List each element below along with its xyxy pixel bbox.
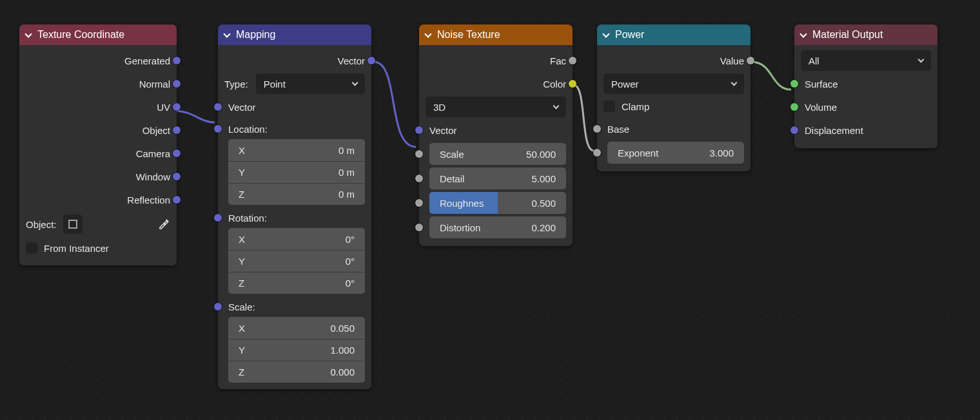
distortion-field[interactable]: Distortion0.200 — [429, 216, 566, 238]
node-title: Mapping — [236, 29, 275, 41]
target-value: All — [808, 55, 819, 66]
output-vector: Vector — [337, 55, 365, 66]
input-vector: Vector — [429, 125, 457, 136]
socket-vector-in[interactable] — [214, 103, 222, 111]
socket-color[interactable] — [569, 80, 576, 88]
object-label: Object: — [26, 219, 57, 230]
input-displacement: Displacement — [805, 125, 863, 136]
rotation-y[interactable]: Y0° — [228, 250, 365, 272]
socket-rotation[interactable] — [214, 214, 222, 222]
socket-camera[interactable] — [173, 149, 181, 157]
node-title: Texture Coordinate — [37, 29, 124, 41]
location-y[interactable]: Y0 m — [228, 161, 365, 183]
location-z[interactable]: Z0 m — [228, 183, 365, 205]
socket-surface[interactable] — [790, 80, 798, 88]
node-noise-texture[interactable]: Noise Texture Fac Color 3D Vector Scale5… — [419, 24, 573, 246]
dimensions-dropdown[interactable]: 3D — [426, 97, 566, 117]
chevron-down-icon — [918, 57, 925, 63]
socket-vector-in[interactable] — [415, 126, 423, 134]
socket-reflection[interactable] — [173, 196, 181, 204]
output-value: Value — [720, 55, 744, 66]
node-header[interactable]: Noise Texture — [419, 24, 573, 45]
chevron-down-icon — [223, 30, 230, 37]
chevron-down-icon — [799, 30, 807, 37]
clamp-checkbox[interactable] — [603, 100, 615, 112]
chevron-down-icon — [352, 80, 358, 86]
socket-roughness[interactable] — [415, 199, 423, 207]
node-power[interactable]: Power Value Power Clamp Base Exponent3.0… — [597, 24, 750, 171]
node-header[interactable]: Material Output — [794, 24, 937, 45]
chevron-down-icon — [731, 80, 738, 86]
node-title: Noise Texture — [437, 29, 500, 41]
input-vector: Vector — [228, 102, 256, 113]
output-window: Window — [136, 171, 170, 182]
scale-x[interactable]: X0.050 — [228, 317, 365, 339]
socket-uv[interactable] — [173, 103, 181, 111]
eyedropper-button[interactable] — [157, 217, 170, 232]
object-selector[interactable] — [63, 215, 83, 234]
dimensions-value: 3D — [433, 102, 446, 113]
object-data-icon — [68, 219, 78, 229]
chevron-down-icon — [602, 30, 609, 37]
scale-z[interactable]: Z0.000 — [228, 361, 365, 383]
socket-normal[interactable] — [173, 80, 181, 88]
input-volume: Volume — [805, 102, 837, 113]
node-header[interactable]: Power — [597, 24, 750, 45]
svg-rect-0 — [69, 220, 77, 228]
location-label: Location: — [228, 124, 268, 135]
type-dropdown[interactable]: Point — [256, 73, 365, 94]
input-surface: Surface — [805, 79, 838, 90]
from-instancer-label: From Instancer — [44, 243, 109, 254]
clamp-label: Clamp — [622, 101, 649, 112]
operation-dropdown[interactable]: Power — [603, 73, 744, 94]
socket-exponent[interactable] — [593, 149, 601, 157]
input-base: Base — [607, 124, 629, 135]
type-value: Point — [264, 79, 286, 90]
chevron-down-icon — [553, 103, 560, 110]
target-dropdown[interactable]: All — [801, 50, 931, 71]
rotation-label: Rotation: — [228, 213, 267, 224]
output-uv: UV — [157, 102, 170, 113]
detail-field[interactable]: Detail5.000 — [429, 167, 566, 189]
node-mapping[interactable]: Mapping Vector Type: Point Vector Locati… — [218, 24, 371, 389]
node-texture-coordinate[interactable]: Texture Coordinate Generated Normal UV O… — [19, 24, 177, 265]
socket-displacement[interactable] — [790, 126, 798, 134]
socket-generated[interactable] — [173, 57, 181, 64]
socket-window[interactable] — [173, 173, 181, 180]
node-header[interactable]: Texture Coordinate — [19, 24, 177, 45]
operation-value: Power — [611, 79, 639, 90]
scale-field[interactable]: Scale50.000 — [429, 143, 566, 165]
output-camera: Camera — [136, 148, 170, 159]
output-reflection: Reflection — [127, 195, 170, 205]
output-generated: Generated — [124, 55, 170, 66]
node-header[interactable]: Mapping — [218, 24, 371, 45]
socket-object[interactable] — [173, 126, 181, 134]
location-x[interactable]: X0 m — [228, 139, 365, 161]
scale-y[interactable]: Y1.000 — [228, 339, 365, 361]
node-title: Material Output — [812, 29, 883, 41]
eyedropper-icon — [157, 217, 170, 230]
socket-scale[interactable] — [214, 303, 222, 310]
socket-fac[interactable] — [569, 57, 576, 64]
socket-detail[interactable] — [415, 175, 423, 182]
from-instancer-checkbox[interactable] — [26, 242, 37, 254]
socket-volume[interactable] — [790, 103, 798, 111]
roughness-field[interactable]: Roughnes0.500 — [429, 192, 566, 214]
node-title: Power — [615, 29, 644, 41]
type-label: Type: — [224, 79, 248, 90]
socket-base[interactable] — [593, 125, 601, 133]
socket-scale[interactable] — [415, 150, 423, 158]
rotation-z[interactable]: Z0° — [228, 272, 365, 294]
node-material-output[interactable]: Material Output All Surface Volume Displ… — [794, 24, 937, 148]
socket-distortion[interactable] — [415, 224, 423, 231]
output-fac: Fac — [550, 55, 566, 66]
output-color: Color — [543, 79, 566, 90]
socket-vector-out[interactable] — [368, 57, 375, 64]
exponent-field[interactable]: Exponent3.000 — [607, 142, 744, 164]
output-normal: Normal — [139, 79, 170, 90]
chevron-down-icon — [424, 30, 431, 37]
chevron-down-icon — [24, 30, 32, 37]
rotation-x[interactable]: X0° — [228, 228, 365, 250]
socket-location[interactable] — [214, 125, 222, 133]
socket-value[interactable] — [747, 57, 754, 64]
